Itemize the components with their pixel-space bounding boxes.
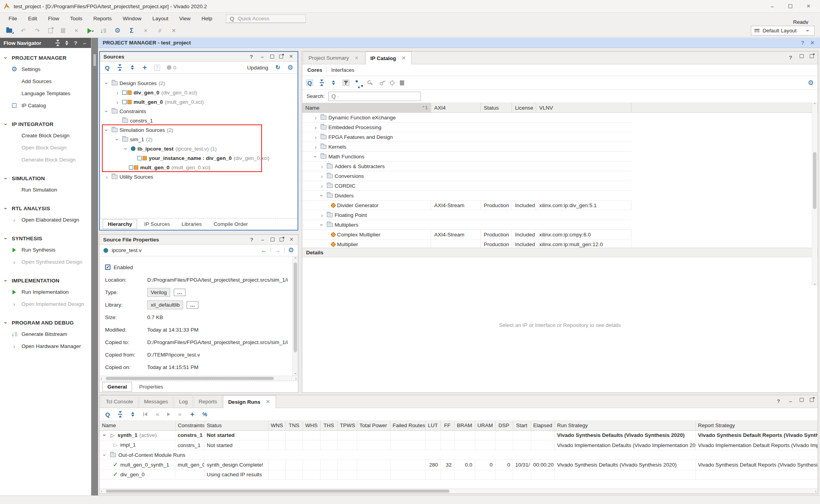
filter-icon[interactable] [342, 80, 349, 86]
tab-project-summary[interactable]: Project Summary [303, 51, 365, 64]
expand-all-icon[interactable] [130, 412, 135, 417]
column-status[interactable]: Status [481, 103, 512, 112]
chevron-right-icon[interactable] [313, 144, 319, 150]
fn-section-implementation[interactable]: IMPLEMENTATION [0, 275, 91, 286]
tab-compile-order[interactable]: Compile Order [209, 220, 253, 229]
library-browse-button[interactable] [187, 301, 198, 309]
fn-item-run-simulation[interactable]: Run Simulation [0, 184, 91, 196]
generate-bitstream-icon[interactable] [100, 28, 106, 34]
search-icon[interactable] [104, 64, 110, 71]
tab-messages[interactable]: Messages [139, 395, 173, 408]
column-constraints[interactable]: Constraints [175, 421, 204, 430]
fn-item-run-implementation[interactable]: Run Implementation [0, 286, 91, 298]
collapse-all-icon[interactable] [55, 40, 61, 46]
first-run-icon[interactable] [142, 411, 148, 417]
maximize-panel-icon[interactable] [800, 54, 804, 58]
gear-icon[interactable] [808, 80, 814, 86]
column-bram[interactable]: BRAM [454, 421, 475, 430]
menu-edit[interactable]: Edit [23, 13, 43, 24]
column-lut[interactable]: LUT [425, 421, 440, 430]
fn-section-simulation[interactable]: SIMULATION [0, 173, 91, 184]
customize-wrench-icon[interactable] [367, 80, 373, 86]
paste-icon[interactable] [61, 28, 65, 33]
ip-category-row[interactable]: Conversions [302, 171, 631, 181]
tab-libraries[interactable]: Libraries [177, 220, 207, 229]
chevron-right-icon[interactable] [319, 212, 325, 218]
slashes-icon[interactable] [157, 28, 162, 34]
run-icon[interactable] [87, 28, 92, 34]
float-panel-icon[interactable] [810, 54, 814, 58]
tab-hierarchy[interactable]: Hierarchy [103, 219, 137, 229]
help-icon[interactable] [249, 236, 255, 243]
window-close-button[interactable] [806, 3, 811, 9]
chevron-right-icon[interactable] [319, 163, 325, 170]
window-minimize-button[interactable] [769, 3, 775, 9]
menu-layout[interactable]: Layout [147, 13, 174, 24]
cancel-run-icon[interactable] [143, 28, 148, 34]
gear-icon[interactable] [288, 247, 294, 254]
copy-icon[interactable] [48, 28, 53, 33]
column-run-strategy[interactable]: Run Strategy [554, 421, 695, 430]
forward-icon[interactable] [275, 247, 281, 254]
fn-item-run-synthesis[interactable]: Run Synthesis [0, 244, 91, 256]
enabled-checkbox[interactable] [105, 264, 111, 270]
help-icon[interactable] [775, 398, 781, 404]
ip-category-row[interactable]: FPGA Features and Design [302, 132, 631, 142]
settings-gear-icon[interactable] [114, 28, 120, 34]
fn-item-settings[interactable]: Settings [0, 63, 91, 75]
vertical-scrollbar[interactable]: ⌃⌄ [292, 256, 298, 376]
run-row-div-gen-0[interactable]: div_gen_0 Using cached IP results [100, 470, 818, 479]
expand-all-icon[interactable] [331, 80, 337, 85]
fn-item-create-block-design[interactable]: Create Block Design [0, 130, 91, 142]
ip-row-divider-generator[interactable]: Divider GeneratorAXI4-StreamProductionIn… [302, 201, 631, 210]
menu-tools[interactable]: Tools [65, 13, 88, 24]
chevron-right-icon[interactable] [114, 99, 120, 105]
tab-reports[interactable]: Reports [194, 395, 222, 408]
ip-category-row[interactable]: Dividers [302, 191, 631, 201]
close-panel-icon[interactable] [289, 236, 294, 243]
chevron-down-icon[interactable] [103, 127, 110, 133]
column-dsp[interactable]: DSP [495, 421, 513, 430]
column-elapsed[interactable]: Elapsed [531, 421, 554, 430]
fn-item-open-implemented-design[interactable]: Open Implemented Design [0, 298, 91, 310]
column-tns[interactable]: TNS [285, 421, 303, 430]
collapse-all-icon[interactable] [319, 80, 325, 85]
column-start[interactable]: Start [513, 421, 531, 430]
fn-item-add-sources[interactable]: Add Sources [0, 75, 91, 87]
help-disabled-icon[interactable] [154, 65, 160, 71]
horizontal-scrollbar[interactable]: ‹› [100, 488, 818, 493]
menu-flow[interactable]: Flow [43, 13, 65, 24]
close-icon[interactable] [809, 40, 815, 46]
type-field[interactable]: Verilog [147, 288, 170, 297]
ip-row-multiplier[interactable]: MultiplierProductionIncludedxilinx.com:i… [302, 240, 631, 248]
group-row-out-of-context[interactable]: Out-of-Context Module Runs [100, 450, 818, 460]
menu-window[interactable]: Window [117, 13, 147, 24]
column-name[interactable]: Name [100, 421, 175, 430]
subtab-interfaces[interactable]: Interfaces [331, 67, 354, 73]
column-vlnv[interactable]: VLNV [536, 103, 631, 112]
search-icon[interactable] [105, 411, 111, 417]
tree-item-constraints[interactable]: Constraints [100, 106, 298, 116]
fn-item-generate-block-design[interactable]: Generate Block Design [0, 154, 91, 166]
open-project-icon[interactable] [6, 28, 12, 33]
column-failed-routes[interactable]: Failed Routes [390, 421, 425, 430]
redo-icon[interactable] [34, 28, 40, 34]
chevron-right-icon[interactable] [104, 174, 110, 180]
ip-category-row[interactable]: Embedded Processing [302, 122, 631, 132]
tab-ip-catalog[interactable]: IP Catalog [365, 51, 412, 64]
tree-item-constrs-1[interactable]: constrs_1 [100, 116, 298, 125]
minimize-panel-icon[interactable] [82, 40, 87, 46]
library-field[interactable]: xil_defaultlib [147, 300, 183, 309]
ip-category-row[interactable]: Multipliers [302, 220, 631, 230]
window-maximize-button[interactable] [788, 4, 792, 8]
close-panel-icon[interactable] [288, 53, 294, 60]
tab-log[interactable]: Log [174, 395, 193, 408]
tree-item-mult-gen-0[interactable]: mult_gen_0(mult_gen_0.xci) [100, 97, 298, 106]
fn-item-ip-catalog[interactable]: IP Catalog [0, 99, 91, 112]
add-sources-icon[interactable] [142, 64, 148, 71]
stop-icon[interactable] [171, 28, 176, 34]
chevron-down-icon[interactable] [114, 137, 121, 142]
column-wns[interactable]: WNS [268, 421, 285, 430]
float-panel-icon[interactable] [810, 398, 814, 402]
minimize-panel-icon[interactable] [260, 236, 266, 243]
